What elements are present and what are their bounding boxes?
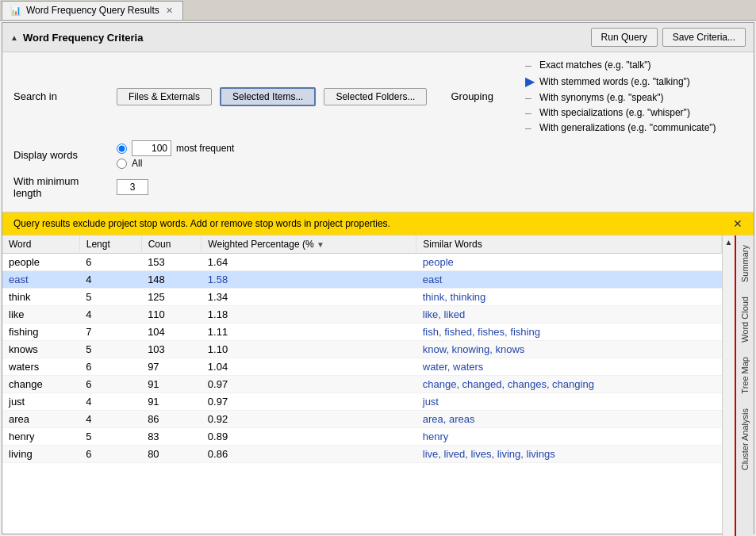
display-words-label: Display words	[13, 149, 109, 161]
summary-tab[interactable]: Summary	[738, 239, 752, 289]
selected-items-button[interactable]: Selected Items...	[220, 87, 316, 106]
cell-similar: think, thinking	[416, 289, 722, 306]
files-externals-button[interactable]: Files & Externals	[117, 88, 212, 105]
cell-length: 5	[79, 289, 141, 306]
scroll-up-arrow-icon[interactable]: ▲	[723, 235, 735, 249]
grouping-section: – Exact matches (e.g. "talk") ▶ With ste…	[525, 59, 716, 134]
cell-count: 110	[141, 306, 201, 324]
main-tab[interactable]: 📊 Word Frequency Query Results ✕	[2, 1, 183, 20]
tab-label: Word Frequency Query Results	[26, 5, 159, 16]
cell-count: 83	[141, 428, 201, 446]
grouping-text-1: With stemmed words (e.g. "talking")	[539, 76, 690, 87]
run-query-button[interactable]: Run Query	[591, 28, 658, 47]
min-length-input[interactable]	[117, 179, 148, 195]
table-row[interactable]: east41481.58east	[2, 271, 722, 289]
word-cloud-tab[interactable]: Word Cloud	[738, 290, 752, 349]
col-count[interactable]: Coun	[141, 235, 201, 254]
table-scroll-area[interactable]: Word Lengt Coun Weighted Percentage (% ▼…	[2, 235, 722, 536]
vertical-scrollbar[interactable]: ▲ ▼	[722, 235, 735, 536]
tab-close-button[interactable]: ✕	[164, 6, 175, 16]
side-tabs-panel: Summary Word Cloud Tree Map Cluster Anal…	[735, 235, 754, 536]
cell-similar: people	[416, 254, 722, 271]
cell-count: 153	[141, 254, 201, 271]
table-row[interactable]: fishing71041.11fish, fished, fishes, fis…	[2, 324, 722, 341]
table-row[interactable]: people61531.64people	[2, 254, 722, 271]
cell-word: just	[2, 393, 79, 411]
cell-length: 6	[79, 446, 141, 463]
cell-pct: 0.92	[201, 411, 416, 428]
cell-length: 5	[79, 341, 141, 358]
col-weighted-pct[interactable]: Weighted Percentage (% ▼	[201, 235, 416, 254]
cell-word: henry	[2, 428, 79, 446]
results-table: Word Lengt Coun Weighted Percentage (% ▼…	[2, 235, 722, 463]
table-row[interactable]: like41101.18like, liked	[2, 306, 722, 324]
warning-text: Query results exclude project stop words…	[13, 218, 390, 229]
radio-num-input[interactable]	[117, 144, 127, 154]
cell-pct: 0.97	[201, 393, 416, 411]
display-words-row: Display words most frequent All	[13, 140, 743, 169]
cell-word: waters	[2, 358, 79, 376]
table-row[interactable]: change6910.97change, changed, changes, c…	[2, 376, 722, 393]
table-row[interactable]: henry5830.89henry	[2, 428, 722, 446]
search-in-label: Search in	[13, 90, 109, 102]
cell-word: think	[2, 289, 79, 306]
cell-word: living	[2, 446, 79, 463]
cell-length: 6	[79, 376, 141, 393]
collapse-arrow-icon[interactable]: ▲	[10, 33, 18, 42]
num-words-input[interactable]	[132, 140, 171, 156]
warning-close-button[interactable]: ✕	[733, 217, 743, 230]
grouping-label: Grouping	[451, 90, 493, 102]
cell-pct: 1.64	[201, 254, 416, 271]
table-row[interactable]: knows51031.10know, knowing, knows	[2, 341, 722, 358]
col-word[interactable]: Word	[2, 235, 79, 254]
cluster-analysis-tab[interactable]: Cluster Analysis	[738, 402, 752, 477]
cell-word: east	[2, 271, 79, 289]
table-row[interactable]: waters6971.04water, waters	[2, 358, 722, 376]
cell-word: people	[2, 254, 79, 271]
min-length-label: With minimum length	[13, 175, 109, 199]
cell-word: fishing	[2, 324, 79, 341]
warning-banner: Query results exclude project stop words…	[2, 212, 754, 235]
cell-length: 4	[79, 271, 141, 289]
grouping-item-3: – With specializations (e.g. "whisper")	[525, 106, 716, 119]
cell-length: 6	[79, 358, 141, 376]
cell-word: like	[2, 306, 79, 324]
cell-count: 125	[141, 289, 201, 306]
save-criteria-button[interactable]: Save Criteria...	[662, 28, 746, 47]
cell-pct: 0.89	[201, 428, 416, 446]
cell-similar: east	[416, 271, 722, 289]
tree-map-tab[interactable]: Tree Map	[738, 350, 752, 400]
table-row[interactable]: area4860.92area, areas	[2, 411, 722, 428]
table-container: Word Lengt Coun Weighted Percentage (% ▼…	[2, 235, 754, 536]
col-similar-words[interactable]: Similar Words	[416, 235, 722, 254]
min-length-row: With minimum length	[13, 175, 743, 199]
sort-arrow-icon: ▼	[317, 240, 324, 249]
table-row[interactable]: think51251.34think, thinking	[2, 289, 722, 306]
grouping-text-4: With generalizations (e.g. "communicate"…	[539, 122, 716, 133]
col-length[interactable]: Lengt	[79, 235, 141, 254]
radio-all-row: All	[117, 158, 234, 169]
cell-similar: like, liked	[416, 306, 722, 324]
grouping-item-4: – With generalizations (e.g. "communicat…	[525, 121, 716, 134]
cell-similar: water, waters	[416, 358, 722, 376]
table-row[interactable]: just4910.97just	[2, 393, 722, 411]
cell-similar: henry	[416, 428, 722, 446]
tab-icon: 📊	[10, 6, 21, 16]
cell-pct: 1.11	[201, 324, 416, 341]
cell-pct: 1.58	[201, 271, 416, 289]
main-window: ▲ Word Frequency Criteria Run Query Save…	[2, 22, 754, 534]
grouping-item-2: – With synonyms (e.g. "speak")	[525, 91, 716, 104]
criteria-header: ▲ Word Frequency Criteria Run Query Save…	[2, 23, 754, 52]
table-row[interactable]: living6800.86live, lived, lives, living,…	[2, 446, 722, 463]
criteria-title-label: Word Frequency Criteria	[23, 32, 143, 44]
radio-all-input[interactable]	[117, 159, 127, 169]
cell-similar: change, changed, changes, changing	[416, 376, 722, 393]
cell-word: knows	[2, 341, 79, 358]
all-label: All	[132, 158, 142, 169]
cell-length: 5	[79, 428, 141, 446]
cell-similar: area, areas	[416, 411, 722, 428]
cell-count: 148	[141, 271, 201, 289]
most-frequent-label: most frequent	[176, 143, 234, 154]
selected-folders-button[interactable]: Selected Folders...	[324, 88, 427, 105]
cell-length: 4	[79, 306, 141, 324]
